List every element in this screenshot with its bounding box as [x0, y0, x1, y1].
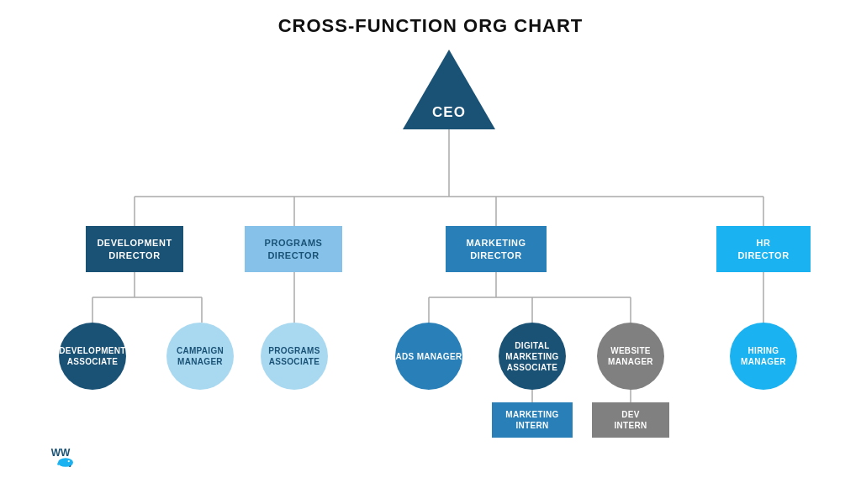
- ceo-triangle: CEO: [403, 50, 495, 129]
- marketing-intern-label: MARKETINGINTERN: [505, 409, 558, 431]
- marketing-director-box: MARKETINGDIRECTOR: [446, 226, 547, 272]
- hiring-manager-circle: HIRINGMANAGER: [730, 323, 797, 390]
- page: CROSS-FUNCTION ORG CHART: [0, 0, 861, 504]
- page-title: CROSS-FUNCTION ORG CHART: [25, 15, 836, 37]
- programs-director-label: PROGRAMSDIRECTOR: [265, 237, 323, 261]
- marketing-intern-box: MARKETINGINTERN: [492, 402, 573, 438]
- logo: WW: [49, 444, 82, 472]
- campaign-manager-label: CAMPAIGNMANAGER: [177, 345, 224, 367]
- dev-director-box: DEVELOPMENTDIRECTOR: [86, 226, 183, 272]
- campaign-manager-circle: CAMPAIGNMANAGER: [166, 323, 234, 390]
- dev-associate-circle: DEVELOPMENTASSOCIATE: [59, 323, 126, 390]
- programs-associate-label: PROGRAMSASSOCIATE: [268, 345, 320, 367]
- dev-associate-label: DEVELOPMENTASSOCIATE: [59, 345, 125, 367]
- programs-associate-circle: PROGRAMSASSOCIATE: [261, 323, 328, 390]
- svg-point-20: [58, 458, 73, 467]
- website-manager-label: WEBSITEMANAGER: [608, 345, 653, 367]
- chart-area: CEO DEVELOPMENTDIRECTOR PROGRAMSDIRECTOR…: [25, 45, 836, 482]
- ads-manager-circle: ADS MANAGER: [395, 323, 462, 390]
- ads-manager-label: ADS MANAGER: [396, 351, 462, 362]
- svg-text:WW: WW: [51, 447, 71, 459]
- hiring-manager-label: HIRINGMANAGER: [741, 345, 786, 367]
- programs-director-box: PROGRAMSDIRECTOR: [245, 226, 342, 272]
- website-manager-circle: WEBSITEMANAGER: [597, 323, 664, 390]
- ceo-node: CEO: [403, 50, 495, 129]
- dev-intern-box: DEVINTERN: [592, 402, 669, 438]
- dev-intern-label: DEVINTERN: [614, 409, 647, 431]
- hr-director-label: HRDIRECTOR: [737, 237, 789, 261]
- ceo-label: CEO: [432, 104, 466, 121]
- hr-director-box: HRDIRECTOR: [716, 226, 811, 272]
- digital-marketing-label: DIGITALMARKETINGASSOCIATE: [505, 340, 558, 373]
- svg-point-21: [68, 460, 70, 462]
- digital-marketing-circle: DIGITALMARKETINGASSOCIATE: [499, 323, 566, 390]
- dev-director-label: DEVELOPMENTDIRECTOR: [97, 237, 172, 261]
- marketing-director-label: MARKETINGDIRECTOR: [466, 237, 526, 261]
